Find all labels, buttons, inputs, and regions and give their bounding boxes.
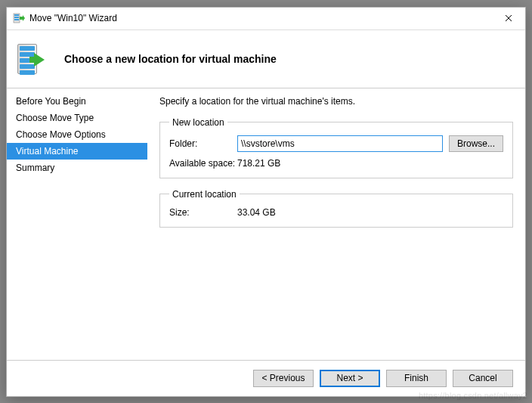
step-summary[interactable]: Summary: [7, 160, 147, 176]
next-button[interactable]: Next >: [320, 370, 380, 387]
step-choose-move-options[interactable]: Choose Move Options: [7, 126, 147, 143]
new-location-legend: New location: [169, 117, 227, 128]
wizard-content: Specify a location for the virtual machi…: [147, 88, 525, 360]
size-label: Size:: [169, 207, 237, 218]
new-location-group: New location Folder: Browse... Available…: [159, 117, 513, 178]
cancel-button[interactable]: Cancel: [453, 370, 513, 387]
svg-rect-3: [14, 19, 19, 20]
move-server-icon: [16, 41, 52, 77]
app-icon: [13, 12, 25, 24]
available-space-label: Available space:: [169, 158, 237, 169]
current-location-legend: Current location: [169, 189, 240, 200]
size-value: 33.04 GB: [237, 207, 276, 218]
page-title: Choose a new location for virtual machin…: [64, 53, 277, 65]
wizard-steps-sidebar: Before You Begin Choose Move Type Choose…: [7, 88, 147, 360]
previous-button[interactable]: < Previous: [253, 370, 314, 387]
wizard-header: Choose a new location for virtual machin…: [7, 30, 525, 88]
content-description: Specify a location for the virtual machi…: [159, 96, 513, 107]
wizard-footer: < Previous Next > Finish Cancel: [7, 360, 525, 396]
titlebar: Move "Win10" Wizard: [7, 8, 525, 30]
browse-button[interactable]: Browse...: [449, 135, 503, 152]
window-title: Move "Win10" Wizard: [29, 13, 491, 23]
current-location-group: Current location Size: 33.04 GB: [159, 189, 513, 228]
svg-rect-1: [14, 14, 19, 16]
folder-input[interactable]: [237, 135, 443, 152]
step-virtual-machine[interactable]: Virtual Machine: [7, 143, 147, 160]
finish-button[interactable]: Finish: [386, 370, 447, 387]
wizard-body: Before You Begin Choose Move Type Choose…: [7, 88, 525, 360]
wizard-window: Move "Win10" Wizard Choose a new locatio…: [6, 7, 526, 397]
step-choose-move-type[interactable]: Choose Move Type: [7, 110, 147, 126]
folder-label: Folder:: [169, 138, 237, 149]
close-button[interactable]: [491, 7, 525, 29]
step-before-you-begin[interactable]: Before You Begin: [7, 93, 147, 110]
available-space-value: 718.21 GB: [237, 158, 280, 169]
svg-rect-2: [14, 17, 19, 18]
